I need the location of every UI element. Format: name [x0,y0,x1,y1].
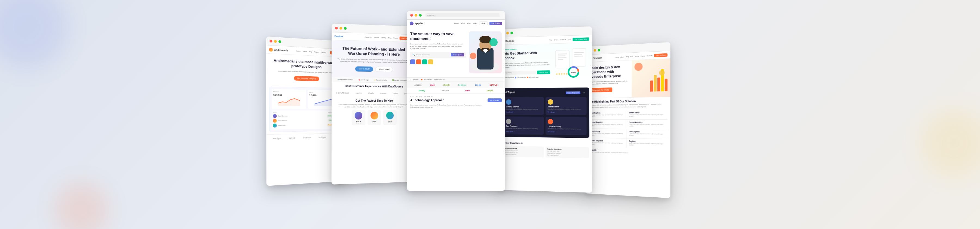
grid-item-sound-amplifier-2: Sound Amplifier Lorem ipsum dolor sit am… [627,120,668,129]
docbox-nav-cta[interactable]: Get Started Now [573,37,589,41]
faq-table-2-title: Regular Questions [547,148,587,150]
andromeda-hero-btn[interactable]: Get Premium Template [294,76,319,81]
grid-title-caption: Caption [629,140,665,143]
spydea-logos-row1: amazon slack shopify Segment Google NETF… [407,82,505,88]
desilex-nav-links: About Us Service Pricing Blog Pages [365,36,398,39]
pinwheel-hero: Scale design & dev operations with Avoco… [586,59,670,98]
pinwheel-hero-title: Scale design & dev operations with Avoco… [589,64,628,79]
topic-card-features: Our Features Nunc facilis nisl sed dolor… [504,117,544,135]
topic-link-1[interactable]: View Details → [506,111,541,113]
desilex-logo: Desilex [334,35,343,38]
faq-row-3: Sed do eiusmod tempor? [503,154,542,156]
desilex-customers-title: Best Customer Experiences With DataSourc… [332,82,415,90]
desilex-hire-title: Get The Fastest Time To Hire [336,99,412,102]
logo-zapier: zapier [393,93,398,94]
tab-topics-beginner[interactable]: Topics: Beginner × [566,91,581,94]
decor-circle-1 [635,62,643,71]
desilex-hero-title: The Future of Work - and Extended Workfo… [336,45,412,57]
faq-table-1-title: Information About [503,147,542,150]
logo-shopify: shopify [443,84,450,86]
spydea-hero-img [469,31,502,73]
docbox-search-input[interactable]: Search files... [502,70,536,74]
logo-slack: slack [430,84,435,86]
docbox-hero-text-block: Information Solution ⓘ Lets Get Started … [502,48,550,82]
spydea-all-features-btn[interactable]: All Features [488,98,502,102]
desilex-hero-text: The future of full time hires and short-… [336,58,412,64]
spydea-logo-icon [410,22,414,26]
spydea-hero-desc: Lorem ipsum dolor sit amet consectetur. … [410,43,466,50]
browser-dot-yellow-2 [339,27,342,29]
badge-no-hidden: No Hidden Fees [527,76,539,78]
topic-link-3[interactable]: View Details → [506,131,541,133]
pinwheel-section-text: Lorem ipsum dolor sit amet, Lorem lorem … [589,104,667,109]
grid-title-live-caption-2: Live Caption [629,131,665,133]
desilex-avatars: John M. Designer Lisa K. Developer Tom R… [336,110,412,126]
grid-text-smart-reply-1: Lorem ipsum dolor sit amet consectetur a… [629,114,665,118]
spydea-nav-links: Home About Blog Pages [454,22,477,24]
docbox-dark-tabs: Topics: Beginner × All [566,91,586,94]
spydea-logo-text: Spydea [415,22,423,25]
grid-item-live-caption-1: Live Caption Lorem ipsum dolor sit amet … [588,110,627,119]
docbox-hero-title: Lets Get Started With Docbox [502,50,550,61]
spydea-features-label: USE THE BEST SERVICES [410,96,502,97]
svg-rect-12 [555,50,569,68]
grid-text-sound-amplifier-1: Lorem ipsum dolor sit amet consectetur a… [590,123,624,127]
icon-badge-4 [428,59,433,64]
docbox-faq: Popular Questions ⓘ Information About Lo… [498,139,592,160]
avatar-card-1: John M. Designer [352,110,365,125]
topic-card-account-bill: Account: Bill Nunc facilis nisl sed dolo… [545,97,586,115]
grid-item-smart-reply-2: Smart Reply Lorem ipsum dolor sit amet c… [588,129,626,138]
topic-icon-features [506,119,511,124]
docbox-topics-grid: Getting Started Nunc facilis nisl sed do… [504,97,586,135]
svg-point-7 [470,53,476,59]
browser-dot-green-4 [511,31,513,34]
avatar-card-3: Tom R. Manager [383,110,397,125]
grid-text-live-caption-2: Lorem ipsum dolor sit amet consectetur a… [629,133,665,137]
grid-text-sound-amplifier-2: Lorem ipsum dolor sit amet consectetur a… [629,124,665,127]
topic-title-2: Account: Bill [547,106,584,108]
andromeda-logo-text: Andromeda [274,48,288,52]
logo-monzo: monzo [380,93,386,94]
icon-badge-2 [416,59,421,64]
browser-dot-yellow-4 [506,32,509,34]
logo-elastic2: elastic [368,92,374,94]
browser-dot-green-3 [419,14,422,17]
andromeda-logo-hubspot: HubSpot [273,137,281,139]
pinwheel-nav-cta[interactable]: Sign up Now [654,53,668,57]
grid-item-live-caption-2: Live Caption Lorem ipsum dolor sit amet … [627,129,668,139]
docbox-search: Search files... Search Now [502,70,550,75]
grid-title-sound-amplifier-1: Sound Amplifier [590,121,625,123]
pinwheel-hero-right [632,59,670,97]
spydea-search-btn[interactable]: Get a Quote [451,53,464,56]
tab-all[interactable]: All [582,91,587,94]
spydea-hero: The smarter way to save documents Lorem … [407,27,505,77]
grid-title-smart-reply-1: Smart Reply [629,112,665,114]
desilex-btn-primary[interactable]: Stay in Touch [355,67,373,72]
docbox-search-btn[interactable]: Search Now [537,70,550,74]
spydea-search-input[interactable]: Search documents... [416,54,450,56]
andromeda-logo: Andromeda [269,47,288,52]
topic-link-4[interactable]: View Details → [547,131,584,133]
desilex-btn-secondary[interactable]: Watch Video [375,67,393,72]
topic-text-2: Nunc facilis nisl sed dolor ut interdum … [547,108,584,110]
spydea-cta-btn[interactable]: Get Started [490,22,502,25]
grid-item-smart-reply-1: Smart Reply Lorem ipsum dolor sit amet c… [627,110,668,119]
topic-icon-account [547,99,553,105]
desilex-customer-logos: ⃞ ATLASSIAN elastic elastic monzo zapier… [332,90,415,97]
browser-chrome-spydea: spydea.com [407,11,505,20]
logo-atlassian: ⃞ ATLASSIAN [337,92,349,94]
browser-dot-green [278,40,281,43]
grid-item-caption: Caption Lorem ipsum dolor sit amet conse… [627,138,668,149]
grid-text-sound-amplifier-3: Lorem ipsum dolor sit amet consectetur a… [590,142,624,146]
spydea-features-text: Lorem ipsum dolor sit amet consectetur. … [410,104,488,109]
screen-spydea: spydea.com Spydea Home About Blog Pages … [407,11,505,191]
spydea-login-btn[interactable]: Login [479,22,488,26]
faq-row-4: How does pricing work? [547,151,587,153]
docbox-badges: Works Anywhere Get Rewarded No Hidden Fe… [502,76,550,78]
andromeda-logo-microsoft: Microsoft [303,136,312,139]
logo-spotify: Spotify [418,90,425,91]
topic-link-2[interactable]: View Details → [547,111,584,113]
grid-text-caption: Lorem ipsum dolor sit amet consectetur a… [629,143,665,147]
desilex-hero: The Future of Work - and Extended Workfo… [332,40,415,78]
logo-shopify2: shopify [487,90,493,91]
